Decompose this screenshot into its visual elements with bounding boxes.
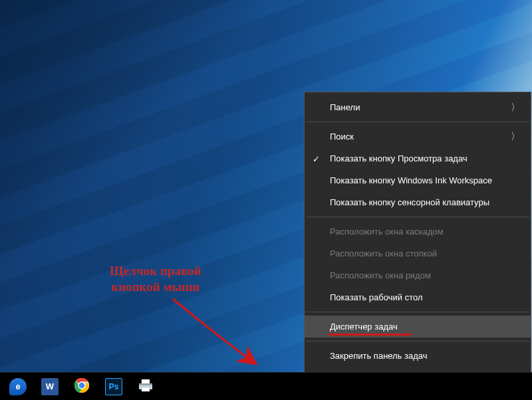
menu-item-touch-keyboard[interactable]: Показать кнопку сенсорной клавиатуры	[305, 191, 531, 213]
menu-label: Диспетчер задач	[330, 322, 398, 332]
menu-item-task-view-button[interactable]: ✓ Показать кнопку Просмотра задач	[305, 148, 531, 169]
svg-rect-4	[142, 379, 150, 384]
menu-label: Показать кнопку Windows Ink Workspace	[330, 175, 492, 185]
taskbar-app-chrome[interactable]	[68, 375, 96, 398]
menu-separator	[306, 312, 529, 312]
menu-label: Поиск	[330, 132, 354, 142]
check-icon: ✓	[313, 153, 320, 163]
menu-label: Панели	[330, 102, 360, 112]
annotation-label: Щелчок правой кнопкой мыши	[110, 263, 201, 295]
photoshop-icon: Ps	[105, 378, 122, 395]
menu-label: Расположить окна стопкой	[330, 249, 437, 258]
menu-separator	[306, 217, 529, 217]
menu-label: Закрепить панель задач	[330, 351, 428, 361]
menu-item-lock-taskbar[interactable]: Закрепить панель задач	[305, 345, 531, 367]
svg-rect-5	[142, 387, 150, 391]
menu-label: Расположить окна рядом	[330, 270, 431, 280]
edge-icon: e	[9, 378, 27, 395]
taskbar[interactable]: e W Ps	[0, 372, 532, 400]
taskbar-app-word[interactable]: W	[36, 375, 64, 398]
taskbar-app-edge[interactable]: e	[4, 375, 32, 398]
chevron-right-icon: 〉	[511, 102, 520, 114]
menu-item-show-desktop[interactable]: Показать рабочий стол	[305, 286, 531, 308]
chrome-icon	[74, 377, 90, 396]
printer-icon	[137, 378, 154, 395]
menu-label: Показать кнопку сенсорной клавиатуры	[330, 197, 489, 207]
menu-item-side-by-side: Расположить окна рядом	[305, 264, 531, 286]
menu-item-stack-windows: Расположить окна стопкой	[305, 243, 531, 264]
taskbar-app-photoshop[interactable]: Ps	[100, 375, 128, 398]
svg-rect-6	[139, 383, 152, 385]
menu-item-cascade-windows: Расположить окна каскадом	[305, 221, 531, 243]
menu-item-task-manager[interactable]: Диспетчер задач	[305, 316, 531, 338]
menu-label: Показать рабочий стол	[330, 292, 422, 302]
menu-item-ink-workspace[interactable]: Показать кнопку Windows Ink Workspace	[305, 169, 531, 191]
chevron-right-icon: 〉	[511, 131, 520, 143]
menu-label: Показать кнопку Просмотра задач	[330, 153, 467, 163]
menu-label: Расположить окна каскадом	[330, 227, 444, 237]
annotation-underline	[329, 334, 412, 336]
menu-separator	[306, 341, 529, 342]
menu-separator	[306, 122, 529, 122]
word-icon: W	[41, 378, 59, 395]
menu-item-panels[interactable]: Панели 〉	[305, 96, 531, 118]
taskbar-context-menu: Панели 〉 Поиск 〉 ✓ Показать кнопку Просм…	[304, 92, 531, 399]
taskbar-app-printer[interactable]	[132, 375, 160, 398]
menu-item-search[interactable]: Поиск 〉	[305, 126, 531, 148]
